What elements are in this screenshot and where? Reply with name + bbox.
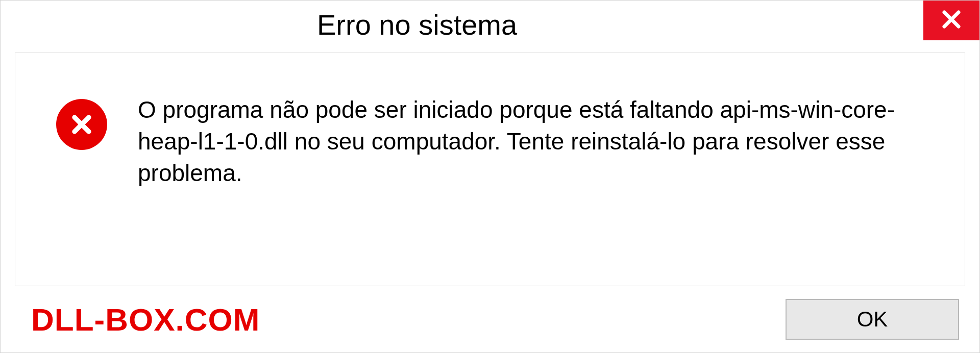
footer: DLL-BOX.COM OK xyxy=(1,286,979,352)
ok-button[interactable]: OK xyxy=(786,299,959,340)
dialog-title: Erro no sistema xyxy=(317,8,517,41)
error-icon-wrapper xyxy=(56,99,107,150)
watermark-text: DLL-BOX.COM xyxy=(31,301,260,338)
content-area: O programa não pode ser iniciado porque … xyxy=(15,53,965,286)
error-message: O programa não pode ser iniciado porque … xyxy=(138,94,934,189)
titlebar: Erro no sistema xyxy=(1,1,979,48)
close-icon xyxy=(939,7,964,34)
error-dialog: Erro no sistema O programa não pode ser … xyxy=(0,0,980,353)
close-button[interactable] xyxy=(923,1,979,40)
error-icon xyxy=(56,99,107,150)
ok-button-label: OK xyxy=(857,307,888,332)
